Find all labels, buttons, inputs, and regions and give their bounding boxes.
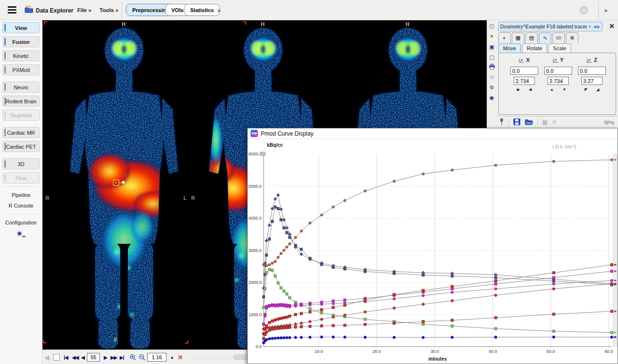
orientation-label-h2: H xyxy=(261,21,265,27)
sidebar-item-neuro[interactable]: Neuro xyxy=(2,82,40,93)
tab-dynamic[interactable]: (()) xyxy=(552,32,565,43)
sidebar-item-cardiac-pet[interactable]: Cardiac PET xyxy=(2,141,40,152)
chevron-down-icon[interactable]: ▼ xyxy=(588,25,592,29)
sidebar-item-3d[interactable]: 3D xyxy=(2,158,40,169)
data-explorer-icon[interactable] xyxy=(24,5,34,14)
tab-rotate[interactable]: Rotate xyxy=(522,43,547,53)
sidebar-item-pipeline[interactable]: Pipeline xyxy=(0,190,42,200)
y-nudge-buttons[interactable]: ▲ ▼ xyxy=(541,87,575,92)
last-frame-button[interactable]: ▶| xyxy=(120,353,124,362)
sidebar-item-pxmod[interactable]: PXMod xyxy=(2,64,40,75)
x-offset-input[interactable] xyxy=(510,67,538,75)
panel-tab-bar: ◐ ▦ ▤ ∿ (()) ⊕ xyxy=(498,32,579,43)
sidebar-item-view[interactable]: View xyxy=(2,22,40,33)
sidebar-item-kinetic[interactable]: Kinetic xyxy=(2,50,40,61)
svg-text:50.0: 50.0 xyxy=(547,349,555,354)
svg-text:minutes: minutes xyxy=(428,356,447,362)
sphere-icon[interactable]: ◉ xyxy=(490,94,494,101)
gear-icon[interactable]: ⚙ xyxy=(490,84,494,91)
app-title: Data Explorer xyxy=(36,7,73,14)
zoom-in-icon[interactable] xyxy=(129,353,136,362)
fast-rewind-button[interactable]: ◀◀ xyxy=(72,353,78,362)
tab-contrast[interactable]: ◐ xyxy=(498,32,511,43)
x-nudge-buttons[interactable]: ▶ ◀ xyxy=(507,87,541,92)
hamburger-menu-icon[interactable] xyxy=(8,6,16,14)
next-frame-button[interactable]: ▶ xyxy=(104,353,107,362)
sidebar-item-configuration[interactable]: Configuration xyxy=(0,217,42,228)
orientation-label-l1: L xyxy=(183,195,187,201)
layout-toggle-button[interactable] xyxy=(53,353,60,362)
prev-frame-button[interactable]: ◀ xyxy=(81,353,84,362)
first-frame-button[interactable]: |◀ xyxy=(64,353,68,362)
tab-curves[interactable]: ∿ xyxy=(539,32,551,43)
study-selector-dropdown[interactable]: Dosimetry^Example F18 labeled tracer D ▼… xyxy=(498,22,603,31)
menu-tools[interactable]: Tools » xyxy=(99,7,118,13)
more-tools-arrow[interactable]: > xyxy=(217,8,220,14)
svg-text:6000.0: 6000.0 xyxy=(248,152,262,156)
zoom-step-up-button[interactable]: ▲ xyxy=(170,353,174,362)
y-step-input[interactable] xyxy=(548,77,569,85)
back-arrow-icon: ◀ xyxy=(44,353,49,362)
y-offset-input[interactable] xyxy=(544,67,572,75)
axis-y-icon xyxy=(553,58,559,63)
configuration-icon[interactable]: ◉▂ xyxy=(0,230,42,237)
svg-text:4000.0: 4000.0 xyxy=(248,216,262,221)
toolbar-divider-right xyxy=(598,2,599,18)
svg-text:20.0: 20.0 xyxy=(373,349,381,354)
prev-study-icon[interactable]: ◀ xyxy=(593,25,596,29)
pin-icon[interactable] xyxy=(499,118,504,126)
z-nudge-buttons[interactable]: ◤ ◢ xyxy=(575,87,609,92)
tab-layout[interactable]: ▦ xyxy=(512,32,524,43)
orientation-label-h1: H xyxy=(122,21,126,27)
marker-m-icon: M xyxy=(490,74,494,81)
z-offset-input[interactable] xyxy=(578,67,606,75)
selection-corner-icon xyxy=(185,340,188,344)
tab-scale[interactable]: Scale xyxy=(548,43,571,53)
delete-icon: ✕ xyxy=(552,119,557,126)
svg-text:1000.0: 1000.0 xyxy=(248,312,262,317)
statistics-button[interactable]: Statistics xyxy=(184,4,220,16)
top-toolbar: Data Explorer File » Tools » Preprocessi… xyxy=(0,0,618,20)
sidebar-divider-2 xyxy=(4,214,38,214)
zoom-out-icon[interactable] xyxy=(139,353,145,362)
fast-forward-button[interactable]: ▶▶ xyxy=(111,353,117,362)
zoom-factor-input[interactable] xyxy=(147,353,167,362)
axis-y-column: Y ▲ ▼ xyxy=(541,57,575,92)
x-step-input[interactable] xyxy=(514,77,535,85)
orientation-label-r1: R xyxy=(45,195,49,201)
sidebar-item-r-console[interactable]: R Console xyxy=(0,200,42,211)
tab-target[interactable]: ⊕ xyxy=(566,32,578,43)
voi-marker[interactable] xyxy=(113,180,119,186)
sidebar-item-fusion[interactable]: Fusion xyxy=(2,36,40,47)
save-icon[interactable] xyxy=(513,118,520,126)
open-folder-icon[interactable] xyxy=(525,118,533,126)
svg-text:40.0: 40.0 xyxy=(489,349,497,354)
info-icon[interactable]: ⓘ xyxy=(489,23,494,30)
sidebar-item-cardiac-mr[interactable]: Cardiac MR xyxy=(2,127,40,138)
svg-text:kBq/cc: kBq/cc xyxy=(267,142,283,148)
box-icon: ▣ xyxy=(542,119,548,126)
menu-file[interactable]: File » xyxy=(77,7,91,13)
reset-zoom-button[interactable]: ✕ xyxy=(178,353,183,362)
panel-bottom-toolbar: ▣ ✕ xyxy=(496,116,618,128)
curve-window-title: Pmod Curve Display xyxy=(261,130,313,137)
tab-iso[interactable]: ▤ xyxy=(525,32,538,43)
expand-right-arrow[interactable]: > xyxy=(604,8,607,14)
axis-x-icon xyxy=(519,58,525,63)
next-study-icon[interactable]: ▶ xyxy=(597,25,600,29)
tac-chart[interactable]: 10.020.030.040.050.060.00.01000.02000.03… xyxy=(248,139,618,364)
capture-icon[interactable]: ▣ xyxy=(489,43,494,50)
collapse-arrow-icon[interactable]: ▼ xyxy=(490,33,494,40)
tab-move[interactable]: Move xyxy=(498,43,521,53)
slice-number-input[interactable] xyxy=(87,353,100,362)
sidebar-item-rodent-brain[interactable]: Rodent Brain xyxy=(2,96,40,107)
svg-text:3000.0: 3000.0 xyxy=(248,248,262,253)
print-icon[interactable] xyxy=(489,64,495,70)
coronal-slice-1[interactable] xyxy=(52,24,197,350)
z-step-input[interactable] xyxy=(581,77,603,85)
axis-z-icon xyxy=(587,58,592,63)
pmod-application: { "toolbar": { "app_title": "Data Explor… xyxy=(0,0,618,364)
curve-window-titlebar[interactable]: PM Pmod Curve Display xyxy=(248,128,618,139)
roi-rectangle-icon[interactable]: ▢ xyxy=(489,54,494,60)
close-panel-button[interactable]: ✕ xyxy=(607,22,616,31)
